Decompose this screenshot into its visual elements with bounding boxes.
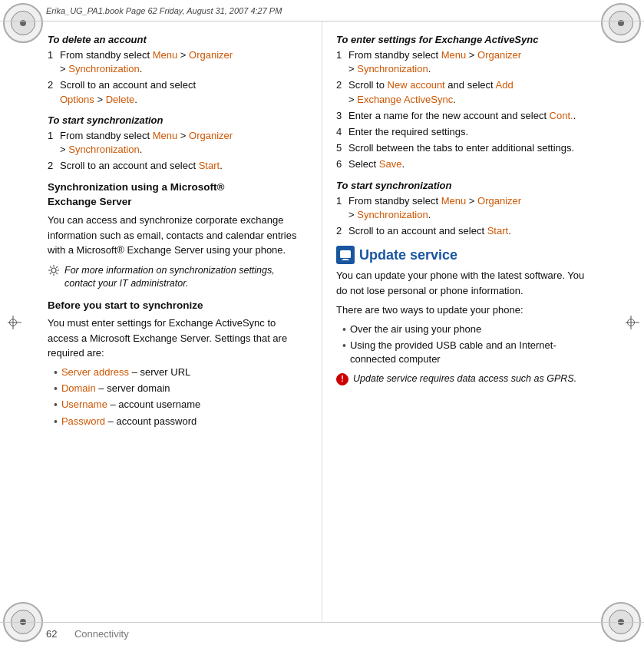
ms-exchange-section: Synchronization using a Microsoft®Exchan… — [48, 180, 308, 290]
bullet-server-address: • Server address – server URL — [54, 366, 308, 379]
update-service-header: Update service — [336, 246, 596, 264]
eas-step-2: 2 Scroll to New account and select Add> … — [336, 78, 596, 106]
update-bullet-1: • Over the air using your phone — [342, 322, 596, 336]
update-bullet-1-text: Over the air using your phone — [350, 322, 481, 336]
svg-line-6 — [56, 273, 58, 274]
svg-rect-11 — [342, 260, 349, 260]
start-sync-2-step-2: 2 Scroll to an account and select Start. — [336, 224, 596, 238]
update-service-section: Update service You can update your phone… — [336, 246, 596, 386]
header-bar: Erika_UG_PA1.book Page 62 Friday, August… — [0, 0, 644, 22]
svg-line-7 — [56, 266, 58, 268]
warning-text: Update service requires data access such… — [353, 372, 576, 386]
eas-step-5: 5 Scroll between the tabs to enter addit… — [336, 141, 596, 155]
start-sync-title-2: To start synchronization — [336, 180, 596, 191]
start-sync-section-2: To start synchronization 1 From standby … — [336, 180, 596, 239]
ms-exchange-heading: Synchronization using a Microsoft®Exchan… — [48, 180, 308, 210]
warning-icon: ! — [336, 373, 348, 385]
footer-section: Connectivity — [63, 628, 128, 640]
right-column: To enter settings for Exchange ActiveSyn… — [322, 22, 604, 622]
start-sync-step-1b: 2 Scroll to an account and select Start. — [48, 159, 308, 173]
eas-step-1: 1 From standby select Menu > Organizer> … — [336, 48, 596, 76]
start-sync-section-1: To start synchronization 1 From standby … — [48, 114, 308, 174]
start-sync-step-1a: 1 From standby select Menu > Organizer> … — [48, 129, 308, 157]
ms-exchange-body: You can access and synchronize corporate… — [48, 213, 308, 258]
update-bullet-2-text: Using the provided USB cable and an Inte… — [350, 339, 596, 366]
tip-box-1: For more information on synchronization … — [48, 264, 308, 291]
update-body-1: You can update your phone with the lates… — [336, 268, 596, 298]
header-text: Erika_UG_PA1.book Page 62 Friday, August… — [46, 6, 282, 15]
start-sync-title-1: To start synchronization — [48, 114, 308, 126]
bullet-password: • Password – account password — [54, 415, 308, 428]
update-bullet-2: • Using the provided USB cable and an In… — [342, 339, 596, 366]
start-sync-2-step-1: 1 From standby select Menu > Organizer> … — [336, 194, 596, 222]
delete-step-1: 1 From standby select Menu > Organizer> … — [48, 48, 308, 76]
update-service-title: Update service — [359, 247, 457, 263]
update-bullets: • Over the air using your phone • Using … — [342, 322, 596, 367]
before-sync-heading: Before you start to synchronize — [48, 299, 308, 313]
before-sync-body: You must enter settings for Exchange Act… — [48, 316, 308, 361]
delete-account-title: To delete an account — [48, 34, 308, 45]
warning-box: ! Update service requires data access su… — [336, 372, 596, 386]
delete-step-2: 2 Scroll to an account and selectOptions… — [48, 78, 308, 106]
tip-text-1: For more information on synchronization … — [64, 264, 308, 291]
update-icon — [336, 246, 355, 264]
reg-mark-left — [8, 317, 18, 328]
bullet-domain: • Domain – server domain — [54, 382, 308, 395]
svg-line-8 — [50, 273, 51, 274]
eas-step-4: 4 Enter the required settings. — [336, 125, 596, 139]
footer: 62 Connectivity — [0, 622, 644, 645]
reg-mark-right — [626, 317, 636, 328]
svg-line-5 — [50, 266, 51, 268]
exchange-activesync-title: To enter settings for Exchange ActiveSyn… — [336, 34, 596, 45]
eas-step-3: 3 Enter a name for the new account and s… — [336, 109, 596, 123]
before-sync-bullets: • Server address – server URL • Domain –… — [54, 366, 308, 428]
before-sync-section: Before you start to synchronize You must… — [48, 299, 308, 428]
eas-step-6: 6 Select Save. — [336, 157, 596, 171]
tip-icon-sun — [48, 264, 60, 276]
exchange-activesync-section: To enter settings for Exchange ActiveSyn… — [336, 34, 596, 172]
svg-rect-9 — [340, 250, 351, 258]
content-area: To delete an account 1 From standby sele… — [40, 22, 604, 622]
svg-point-0 — [51, 268, 56, 273]
bullet-username: • Username – account username — [54, 398, 308, 412]
delete-account-section: To delete an account 1 From standby sele… — [48, 34, 308, 107]
left-column: To delete an account 1 From standby sele… — [40, 22, 322, 622]
footer-page-number: 62 — [46, 628, 57, 640]
update-body-2: There are two ways to update your phone: — [336, 303, 596, 318]
